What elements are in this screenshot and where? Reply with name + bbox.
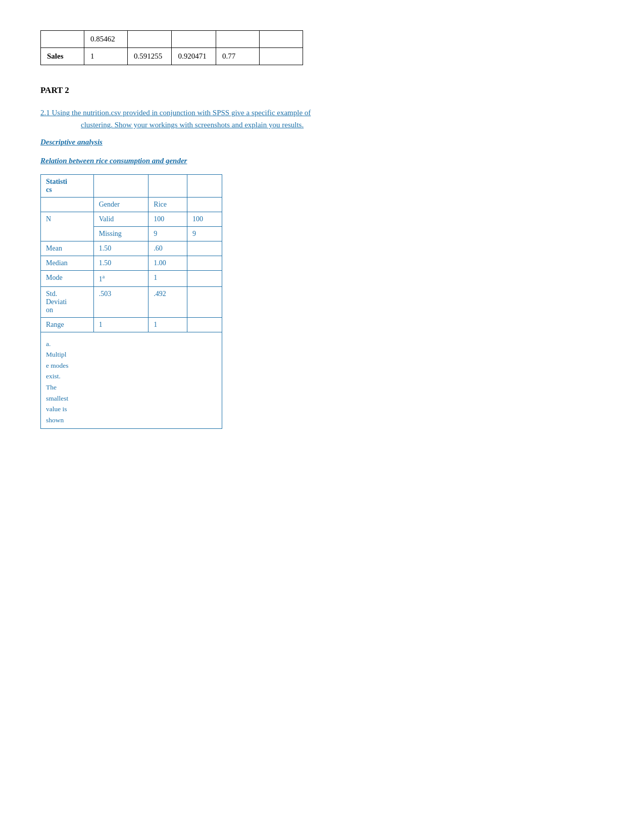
- cell-empty5: [259, 31, 303, 48]
- range-row: Range 1 1: [41, 317, 222, 332]
- range-extra: [187, 317, 222, 332]
- n-valid-rice: 100: [187, 212, 222, 227]
- col-header-rice: Rice: [148, 198, 187, 212]
- mode-gender: 1a: [93, 271, 148, 287]
- std-dev-gender: .503: [93, 286, 148, 317]
- footnote-cell: a.Multiple modesexist.Thesmallestvalue i…: [41, 332, 222, 429]
- cell-077: 0.77: [216, 48, 259, 65]
- std-dev-label: Std.Deviation: [41, 286, 94, 317]
- footnote-text: a.Multiple modesexist.Thesmallestvalue i…: [46, 338, 107, 426]
- n-valid-row: N Valid 100 100: [41, 212, 222, 227]
- range-label: Range: [41, 317, 94, 332]
- std-dev-row: Std.Deviation .503 .492: [41, 286, 222, 317]
- n-missing-gender: 9: [148, 227, 187, 241]
- table-row: Sales 1 0.591255 0.920471 0.77: [41, 48, 303, 65]
- footnote-row: a.Multiple modesexist.Thesmallestvalue i…: [41, 332, 222, 429]
- range-gender: 1: [93, 317, 148, 332]
- n-missing-rice: 9: [187, 227, 222, 241]
- n-missing-label: Missing: [93, 227, 148, 241]
- n-valid-gender: 100: [148, 212, 187, 227]
- top-table: 0.85462 Sales 1 0.591255 0.920471 0.77: [40, 30, 303, 65]
- table-header-row: Statistics: [41, 175, 222, 198]
- question-paragraph: 2.1 Using the nutrition.csv provided in …: [40, 107, 604, 131]
- header-empty1: [93, 175, 148, 198]
- median-gender: 1.50: [93, 256, 148, 271]
- mean-extra: [187, 241, 222, 256]
- cell-empty6: [259, 48, 303, 65]
- col-header-gender: Gender: [93, 198, 148, 212]
- mode-label: Mode: [41, 271, 94, 287]
- descriptive-heading[interactable]: Descriptive analysis: [40, 138, 604, 146]
- col-header-row: Gender Rice: [41, 198, 222, 212]
- header-empty2: [148, 175, 187, 198]
- part2-heading: PART 2: [40, 85, 69, 95]
- relation-heading[interactable]: Relation between rice consumption and ge…: [40, 157, 604, 165]
- mean-row: Mean 1.50 .60: [41, 241, 222, 256]
- question-line2: clustering. Show your workings with scre…: [40, 121, 304, 129]
- cell-085462: 0.85462: [84, 31, 128, 48]
- mean-label: Mean: [41, 241, 94, 256]
- median-row: Median 1.50 1.00: [41, 256, 222, 271]
- mode-row: Mode 1a 1: [41, 271, 222, 287]
- n-valid-label: Valid: [93, 212, 148, 227]
- header-empty3: [187, 175, 222, 198]
- std-dev-extra: [187, 286, 222, 317]
- cell-0591255: 0.591255: [128, 48, 172, 65]
- col-header-extra: [187, 198, 222, 212]
- mode-rice: 1: [148, 271, 187, 287]
- range-rice: 1: [148, 317, 187, 332]
- cell-1: 1: [84, 48, 128, 65]
- cell-empty1: [41, 31, 84, 48]
- n-label: N: [41, 212, 94, 241]
- statistics-header: Statistics: [41, 175, 94, 198]
- median-extra: [187, 256, 222, 271]
- cell-0920471: 0.920471: [172, 48, 216, 65]
- statistics-table: Statistics Gender Rice N Valid 100 100 M…: [40, 174, 222, 429]
- question-link[interactable]: 2.1 Using the nutrition.csv provided in …: [40, 109, 311, 129]
- cell-empty2: [128, 31, 172, 48]
- cell-sales: Sales: [41, 48, 84, 65]
- question-line1: 2.1 Using the nutrition.csv provided in …: [40, 109, 311, 117]
- cell-empty3: [172, 31, 216, 48]
- mean-gender: 1.50: [93, 241, 148, 256]
- median-label: Median: [41, 256, 94, 271]
- cell-empty4: [216, 31, 259, 48]
- std-dev-rice: .492: [148, 286, 187, 317]
- median-rice: 1.00: [148, 256, 187, 271]
- table-row: 0.85462: [41, 31, 303, 48]
- mode-extra: [187, 271, 222, 287]
- mean-rice: .60: [148, 241, 187, 256]
- col-header-empty: [41, 198, 94, 212]
